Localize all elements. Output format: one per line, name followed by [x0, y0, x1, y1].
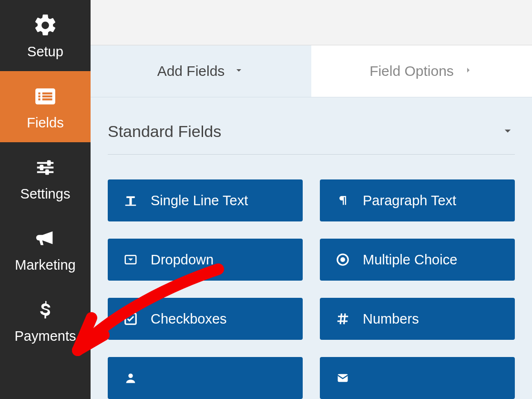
hash-icon — [334, 312, 351, 326]
sidebar-item-fields[interactable]: Fields — [0, 71, 91, 142]
field-label: Paragraph Text — [363, 193, 456, 209]
field-paragraph-text[interactable]: Paragraph Text — [320, 179, 515, 221]
field-label: Single Line Text — [151, 193, 248, 209]
chevron-right-icon — [462, 63, 474, 79]
fields-icon — [31, 84, 60, 108]
dollar-icon — [31, 298, 60, 322]
section-header[interactable]: Standard Fields — [108, 97, 515, 155]
sidebar-item-marketing[interactable]: Marketing — [0, 213, 91, 284]
field-label: Dropdown — [151, 252, 214, 268]
envelope-icon — [334, 371, 351, 385]
main-panel: Add Fields Field Options Standard Fields — [91, 0, 532, 399]
tab-label: Field Options — [369, 63, 454, 79]
chevron-down-icon — [501, 124, 515, 140]
svg-rect-7 — [47, 160, 51, 166]
svg-rect-10 — [125, 205, 136, 206]
text-icon — [122, 193, 139, 208]
svg-rect-1 — [38, 93, 40, 94]
radio-icon — [334, 252, 351, 267]
field-single-line-text[interactable]: Single Line Text — [108, 179, 303, 221]
field-label: Multiple Choice — [363, 252, 457, 268]
svg-rect-6 — [42, 98, 52, 100]
sidebar-item-label: Fields — [27, 115, 63, 131]
tabs: Add Fields Field Options — [91, 45, 532, 97]
svg-rect-5 — [42, 95, 52, 97]
checkbox-icon — [122, 312, 139, 326]
field-item[interactable] — [320, 357, 515, 399]
svg-rect-3 — [38, 98, 40, 100]
gear-icon — [31, 13, 60, 37]
dropdown-icon — [122, 252, 139, 267]
field-numbers[interactable]: Numbers — [320, 298, 515, 340]
tab-field-options[interactable]: Field Options — [311, 45, 532, 97]
tab-add-fields[interactable]: Add Fields — [91, 45, 311, 97]
field-grid: Single Line Text Paragraph Text Dropdown… — [108, 179, 515, 399]
svg-rect-8 — [40, 165, 44, 170]
field-multiple-choice[interactable]: Multiple Choice — [320, 239, 515, 281]
sliders-icon — [31, 156, 60, 179]
person-icon — [122, 371, 139, 385]
sidebar: Setup Fields Settings Marketing Payments — [0, 0, 91, 399]
tab-label: Add Fields — [157, 63, 225, 79]
sidebar-item-label: Marketing — [15, 257, 75, 273]
chevron-down-icon — [233, 63, 245, 79]
field-label: Numbers — [363, 311, 419, 327]
sidebar-item-settings[interactable]: Settings — [0, 142, 91, 213]
section-title: Standard Fields — [108, 122, 221, 141]
svg-rect-2 — [38, 95, 40, 97]
field-item[interactable] — [108, 357, 303, 399]
topbar — [91, 0, 532, 45]
sidebar-item-label: Settings — [20, 186, 71, 202]
sidebar-item-label: Setup — [27, 44, 63, 60]
bullhorn-icon — [31, 227, 60, 251]
svg-point-13 — [340, 257, 345, 262]
field-checkboxes[interactable]: Checkboxes — [108, 298, 303, 340]
svg-rect-4 — [42, 93, 52, 94]
svg-rect-9 — [45, 169, 49, 175]
sidebar-item-label: Payments — [15, 328, 76, 344]
content: Standard Fields Single Line Text Paragra… — [91, 97, 532, 399]
sidebar-item-setup[interactable]: Setup — [0, 0, 91, 71]
field-label: Checkboxes — [151, 311, 227, 327]
sidebar-item-payments[interactable]: Payments — [0, 284, 91, 356]
paragraph-icon — [334, 194, 351, 207]
svg-point-15 — [128, 374, 133, 378]
field-dropdown[interactable]: Dropdown — [108, 239, 303, 281]
